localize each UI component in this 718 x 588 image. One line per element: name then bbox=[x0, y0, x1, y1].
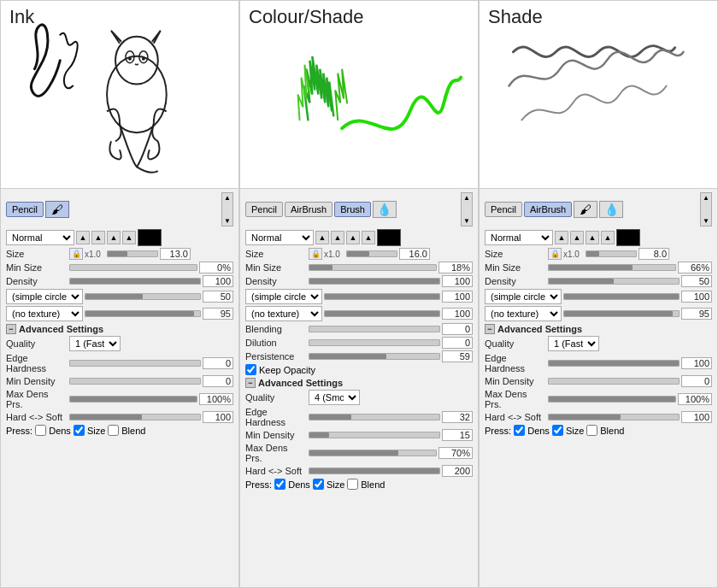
quality-select-sh[interactable]: 1 (Fastest) bbox=[548, 336, 599, 351]
hard-soft-val-sh: 100 bbox=[681, 411, 712, 423]
texture-row-sh: (no texture) 95 bbox=[485, 306, 712, 321]
min-dens-val-cs: 15 bbox=[442, 429, 473, 441]
collapse-btn-cs[interactable]: − bbox=[245, 378, 256, 388]
min-size-row: Min Size 0% bbox=[6, 262, 233, 273]
max-dens-slider-sh[interactable] bbox=[548, 396, 676, 403]
press-dens-check-sh[interactable] bbox=[514, 425, 525, 436]
press-blend-check-cs[interactable] bbox=[347, 479, 358, 490]
quality-label: Quality bbox=[6, 338, 68, 349]
density-slider[interactable] bbox=[69, 278, 201, 285]
tab-airbrush-cs[interactable]: AirBrush bbox=[285, 202, 333, 217]
quality-select-cs[interactable]: 4 (Smoothest) bbox=[309, 390, 360, 405]
min-size-slider[interactable] bbox=[69, 264, 197, 271]
press-blend-check-sh[interactable] bbox=[586, 425, 597, 436]
texture-row: (no texture) 95 bbox=[6, 306, 233, 321]
tab-brush-cs[interactable]: Brush bbox=[334, 202, 371, 217]
shape-triangle2[interactable]: ▲ bbox=[91, 231, 105, 244]
max-dens-slider-cs[interactable] bbox=[309, 450, 437, 456]
tab-airbrush-sh[interactable]: AirBrush bbox=[524, 202, 572, 217]
max-dens-slider[interactable] bbox=[69, 396, 197, 403]
size-lock-sh[interactable]: 🔒 bbox=[548, 248, 562, 260]
shape-tri1-sh[interactable]: ▲ bbox=[555, 231, 568, 244]
keep-opacity-row-cs: Keep Opacity bbox=[245, 364, 473, 375]
tab-pencil-sh[interactable]: Pencil bbox=[485, 202, 522, 217]
press-size-check-sh[interactable] bbox=[552, 425, 563, 436]
press-label-cs: Press: bbox=[245, 479, 272, 490]
shape-slider-sh[interactable] bbox=[563, 293, 680, 300]
shape-triangle[interactable]: ▲ bbox=[76, 231, 90, 244]
shade-tabs: Pencil AirBrush 🖌 💧 ▲ ▼ bbox=[485, 192, 712, 226]
blending-slider-cs[interactable] bbox=[309, 326, 440, 332]
press-dens-check-cs[interactable] bbox=[274, 479, 285, 490]
press-blend-check[interactable] bbox=[108, 425, 119, 436]
texture-select-cs[interactable]: (no texture) bbox=[245, 306, 322, 321]
persistence-slider-cs[interactable] bbox=[309, 353, 440, 360]
shape-triangle3[interactable]: ▲ bbox=[107, 231, 121, 244]
min-size-slider-sh[interactable] bbox=[548, 264, 676, 271]
shape-triangle4[interactable]: ▲ bbox=[122, 231, 136, 244]
tab-brush-icon[interactable]: 🖌 bbox=[45, 201, 69, 218]
shape-slider[interactable] bbox=[85, 293, 201, 300]
tab-watercolor-icon-cs[interactable]: 💧 bbox=[373, 201, 397, 218]
texture-slider-cs[interactable] bbox=[324, 310, 440, 317]
size-slider-sh[interactable] bbox=[586, 250, 637, 257]
shape-select-cs[interactable]: (simple circle) bbox=[245, 289, 322, 304]
press-size-check-cs[interactable] bbox=[313, 479, 324, 490]
color-swatch[interactable] bbox=[138, 229, 162, 246]
colour-shade-panel: Colour/Shade Pencil AirBrush Brush 💧 ▲ ▼ bbox=[239, 0, 479, 588]
blending-mode-select[interactable]: Normal bbox=[6, 230, 74, 245]
shape-tri2-sh[interactable]: ▲ bbox=[570, 231, 584, 244]
hard-soft-slider-sh[interactable] bbox=[548, 414, 680, 420]
density-slider-cs[interactable] bbox=[309, 278, 440, 285]
size-lock[interactable]: 🔒 bbox=[69, 248, 83, 260]
shape-select[interactable]: (simple circle) bbox=[6, 289, 83, 304]
size-slider[interactable] bbox=[107, 250, 158, 257]
tab-pencil[interactable]: Pencil bbox=[6, 202, 44, 217]
edge-hardness-slider[interactable] bbox=[69, 360, 201, 367]
tab-watercolor-icon-sh[interactable]: 💧 bbox=[599, 201, 623, 218]
brush-shapes-sh: ▲ ▲ ▲ ▲ bbox=[555, 229, 640, 246]
collapse-btn-sh[interactable]: − bbox=[485, 324, 495, 334]
hard-soft-slider[interactable] bbox=[69, 414, 201, 420]
shape-slider-cs[interactable] bbox=[324, 293, 440, 300]
shape-select-sh[interactable]: (simple circle) bbox=[485, 289, 562, 304]
press-size-check[interactable] bbox=[74, 425, 85, 436]
size-lock-cs[interactable]: 🔒 bbox=[309, 248, 322, 260]
quality-select[interactable]: 1 (Fastest) bbox=[69, 336, 121, 351]
texture-slider[interactable] bbox=[85, 310, 201, 317]
blending-mode-select-cs[interactable]: Normal bbox=[245, 230, 314, 245]
texture-slider-sh[interactable] bbox=[563, 310, 680, 317]
shape-tri4-cs[interactable]: ▲ bbox=[362, 231, 375, 244]
edge-hard-row-cs: Edge Hardness 32 bbox=[245, 407, 473, 427]
min-size-slider-cs[interactable] bbox=[309, 264, 437, 271]
min-density-slider[interactable] bbox=[69, 378, 201, 385]
color-swatch-cs[interactable] bbox=[377, 229, 401, 246]
dilution-slider-cs[interactable] bbox=[309, 339, 440, 346]
min-dens-slider-cs[interactable] bbox=[309, 432, 440, 438]
tab-brush-icon-sh[interactable]: 🖌 bbox=[574, 201, 597, 218]
keep-opacity-check-cs[interactable] bbox=[245, 364, 256, 375]
shape-tri3-cs[interactable]: ▲ bbox=[346, 231, 360, 244]
press-dens-check[interactable] bbox=[35, 425, 46, 436]
min-dens-val-sh: 0 bbox=[681, 375, 712, 387]
collapse-btn[interactable]: − bbox=[6, 324, 16, 334]
size-slider-cs[interactable] bbox=[346, 250, 397, 257]
shape-tri2-cs[interactable]: ▲ bbox=[331, 231, 344, 244]
density-slider-sh[interactable] bbox=[548, 278, 680, 285]
shape-tri1-cs[interactable]: ▲ bbox=[315, 231, 329, 244]
min-dens-row-cs: Min Density 15 bbox=[245, 429, 473, 441]
hard-soft-slider-cs[interactable] bbox=[309, 467, 440, 474]
edge-hard-slider-sh[interactable] bbox=[548, 360, 680, 367]
blending-mode-select-sh[interactable]: Normal bbox=[485, 230, 553, 245]
edge-hard-slider-cs[interactable] bbox=[309, 414, 440, 420]
min-density-value: 0 bbox=[203, 375, 233, 387]
shade-panel: Shade Pencil AirBrush 🖌 💧 ▲ ▼ Normal bbox=[479, 0, 718, 588]
colour-shade-svg bbox=[240, 1, 478, 188]
shape-tri4-sh[interactable]: ▲ bbox=[601, 231, 615, 244]
texture-select-sh[interactable]: (no texture) bbox=[485, 306, 562, 321]
texture-select[interactable]: (no texture) bbox=[6, 306, 83, 321]
color-swatch-sh[interactable] bbox=[616, 229, 640, 246]
min-dens-slider-sh[interactable] bbox=[548, 378, 680, 385]
shape-tri3-sh[interactable]: ▲ bbox=[586, 231, 599, 244]
tab-pencil-cs[interactable]: Pencil bbox=[245, 202, 283, 217]
